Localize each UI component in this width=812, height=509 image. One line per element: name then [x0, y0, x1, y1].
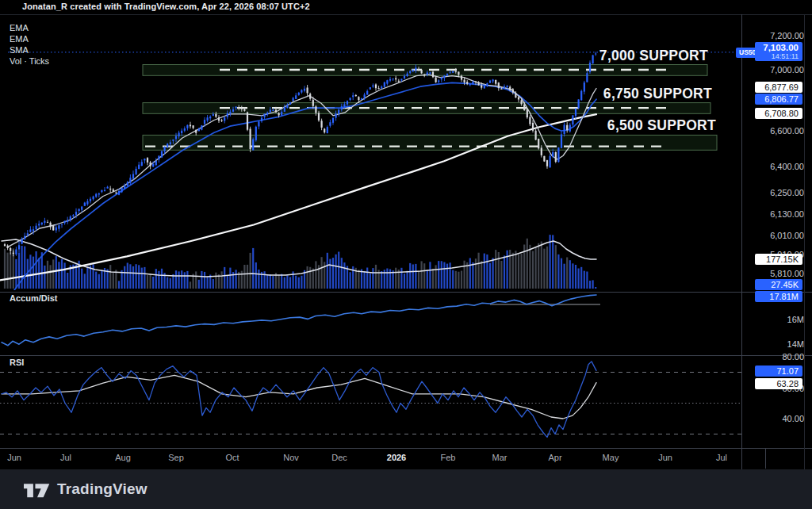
accum-dist-line — [2, 295, 596, 346]
tradingview-logo-text: TradingView — [57, 480, 147, 498]
tradingview-logo-link[interactable]: TradingView — [24, 478, 147, 500]
legend-item-sma[interactable]: SMA — [10, 45, 29, 55]
tradingview-logo-icon — [24, 478, 51, 500]
accum-dist-pane[interactable] — [2, 295, 600, 346]
countdown-timer: 14:51:11 — [759, 52, 799, 60]
time-axis-label-dec: Dec — [331, 453, 347, 462]
chart-canvas[interactable] — [0, 0, 812, 509]
last-price-badge: 7,103.00 14:51:11 — [755, 42, 802, 61]
axis-price-label: 6,400.00 — [770, 162, 804, 171]
axis-value-badge: 177.15K — [755, 254, 802, 265]
time-axis-label-apr: Apr — [548, 453, 561, 462]
time-axis-label-jul: Jul — [60, 453, 71, 462]
rsi-label: RSI — [10, 358, 24, 367]
legend-item-vol-ticks[interactable]: Vol · Ticks — [10, 56, 49, 66]
support-label-3: 6,500 SUPPORT — [478, 117, 716, 134]
axis-value-badge: 27.45K — [755, 279, 802, 290]
axis-price-label: 6,600.00 — [770, 126, 804, 136]
legend-item-ema[interactable]: EMA — [10, 34, 29, 44]
axis-price-label: 6,250.00 — [770, 188, 804, 197]
support-label-2: 6,750 SUPPORT — [474, 86, 712, 102]
axis-value-badge: 17.81M — [755, 291, 802, 302]
axis-price-label: 7,000.00 — [770, 65, 804, 75]
rsi-ma-line — [2, 375, 596, 419]
axis-price-label: 6,010.00 — [770, 231, 804, 240]
support-zone — [143, 135, 717, 150]
axis-value-badge: 6,708.80 — [755, 108, 802, 119]
attribution-text: Jonatan_R created with TradingView.com, … — [22, 2, 310, 11]
legend-item-ema[interactable]: EMA — [10, 23, 29, 33]
axis-price-label: 7,200.00 — [770, 31, 804, 40]
rsi-pane[interactable] — [0, 362, 741, 438]
last-price-value: 7,103.00 — [759, 43, 799, 52]
time-axis-label-2026: 2026 — [387, 453, 406, 462]
time-axis-label-jun: Jun — [7, 453, 21, 462]
axis-value-badge: 6,877.69 — [755, 82, 802, 93]
support-label-1: 7,000 SUPPORT — [470, 48, 708, 64]
time-axis-label-oct: Oct — [225, 453, 239, 462]
axis-value-badge: 6,806.77 — [755, 94, 802, 105]
time-axis-label-jun: Jun — [658, 453, 672, 462]
tradingview-snapshot: Jonatan_R created with TradingView.com, … — [0, 0, 812, 509]
time-axis-label-may: May — [603, 453, 619, 462]
time-axis-label-aug: Aug — [115, 453, 131, 462]
time-axis-label-sep: Sep — [168, 453, 184, 462]
axis-value-badge: 63.28 — [755, 378, 802, 389]
axis-price-label: 80.00 — [782, 352, 804, 362]
time-axis-label-nov: Nov — [283, 453, 299, 462]
axis-value-badge: 71.07 — [755, 365, 802, 377]
accum-dist-label: Accum/Dist — [10, 293, 58, 303]
time-axis-label-mar: Mar — [492, 453, 508, 462]
rsi-line — [2, 362, 596, 438]
axis-price-label: 14M — [787, 339, 804, 349]
axis-price-label: 40.00 — [782, 414, 804, 423]
axis-price-label: 6,130.00 — [770, 209, 804, 219]
axis-price-label: 16M — [787, 315, 804, 324]
time-axis-label-feb: Feb — [441, 453, 456, 462]
footer-bar: TradingView — [0, 469, 812, 509]
time-axis-label-jul: Jul — [716, 453, 727, 462]
axis-price-label: 5,810.00 — [770, 269, 804, 278]
